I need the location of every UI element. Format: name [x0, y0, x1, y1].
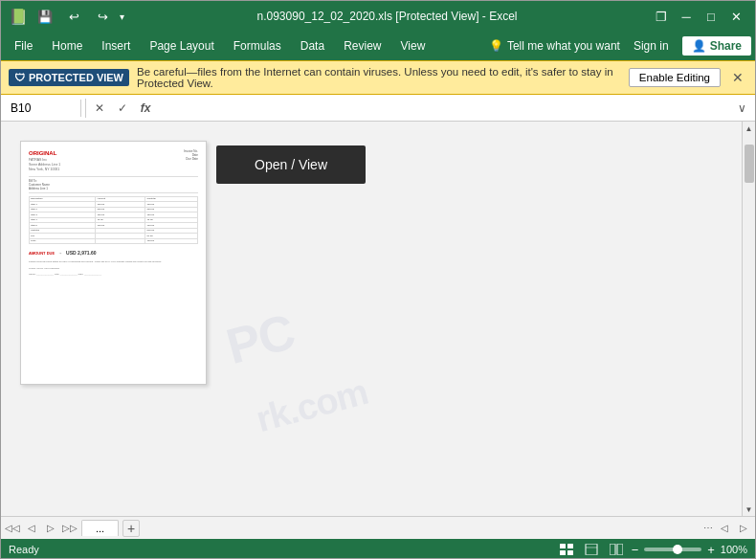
save-button[interactable]: 💾 — [33, 5, 56, 28]
tab-scroll-left[interactable]: ◁ — [717, 521, 732, 536]
tab-more-dots[interactable]: ⋯ — [703, 523, 713, 533]
tab-prev-button[interactable]: ◁ — [24, 521, 39, 536]
tell-me-field[interactable]: 💡 Tell me what you want — [489, 39, 620, 53]
window-controls: ❐ ─ □ ✕ — [650, 5, 747, 28]
tab-bar-right: ⋯ ◁ ▷ — [703, 521, 751, 536]
amount-due-row: AMOUNT DUE → USD 2,971.60 — [29, 250, 198, 257]
svg-rect-6 — [610, 544, 615, 555]
tab-last-button[interactable]: ▷▷ — [62, 521, 78, 536]
zoom-level: 100% — [721, 544, 747, 555]
title-bar-left: 📗 💾 ↩ ↪ ▾ — [9, 5, 124, 28]
window-title: n.093090_12_02_2020.xls [Protected View]… — [124, 10, 650, 23]
doc-table: DescriptionAmountSubtotal Item 1100.0010… — [29, 196, 198, 245]
protected-view-message: Be careful—files from the Internet can c… — [137, 66, 621, 89]
menu-item-formulas[interactable]: Formulas — [224, 35, 291, 56]
tab-scroll-right[interactable]: ▷ — [736, 521, 751, 536]
cancel-formula-button[interactable]: ✕ — [90, 99, 109, 118]
scroll-up-arrow[interactable]: ▲ — [743, 122, 756, 135]
sheet-content: ORIGINAL FATRAS IncSome Address Line 1Ne… — [1, 122, 742, 516]
zoom-thumb[interactable] — [673, 545, 682, 554]
menu-item-file[interactable]: File — [5, 35, 42, 56]
menu-item-home[interactable]: Home — [42, 35, 92, 56]
zoom-in-button[interactable]: + — [707, 543, 715, 557]
spreadsheet-view: ORIGINAL FATRAS IncSome Address Line 1Ne… — [1, 122, 742, 516]
close-button[interactable]: ✕ — [724, 5, 747, 28]
open-view-button[interactable]: Open / View — [216, 145, 366, 184]
scroll-thumb[interactable] — [745, 145, 754, 183]
main-content-area: ORIGINAL FATRAS IncSome Address Line 1Ne… — [1, 122, 755, 516]
formula-input[interactable] — [159, 100, 728, 117]
person-icon: 👤 — [692, 39, 706, 53]
share-label: Share — [710, 39, 742, 53]
svg-rect-0 — [560, 544, 566, 548]
protected-view-bar: 🛡 PROTECTED VIEW Be careful—files from t… — [1, 60, 755, 95]
zoom-out-button[interactable]: − — [632, 543, 639, 557]
add-sheet-button[interactable]: + — [122, 520, 140, 537]
doc-meta: Invoice No.DateDue Date — [184, 149, 198, 172]
doc-bill-to: Bill To: Customer Name Address Line 1 — [29, 179, 198, 191]
doc-header: ORIGINAL FATRAS IncSome Address Line 1Ne… — [29, 149, 198, 172]
menu-item-page-layout[interactable]: Page Layout — [140, 35, 223, 56]
zoom-slider[interactable] — [644, 548, 701, 551]
menu-item-view[interactable]: View — [391, 35, 435, 56]
sheet-tab-1[interactable]: ... — [81, 520, 119, 536]
scroll-down-arrow[interactable]: ▼ — [743, 503, 756, 516]
doc-logo: ORIGINAL FATRAS IncSome Address Line 1Ne… — [29, 149, 60, 172]
tab-next-button[interactable]: ▷ — [43, 521, 58, 536]
normal-view-button[interactable] — [557, 542, 576, 557]
sign-in-button[interactable]: Sign in — [628, 36, 675, 56]
sheet-tab-bar: ◁◁ ◁ ▷ ▷▷ ... + ⋯ ◁ ▷ — [1, 516, 755, 539]
status-bar: Ready − + 100% — [1, 539, 755, 559]
shield-icon: 🛡 — [14, 72, 25, 83]
minimize-button[interactable]: ─ — [675, 5, 698, 28]
page-break-view-button[interactable] — [607, 542, 626, 557]
menu-bar-right: 💡 Tell me what you want Sign in 👤 Share — [489, 36, 751, 56]
doc-preview-inner: ORIGINAL FATRAS IncSome Address Line 1Ne… — [21, 142, 206, 283]
document-preview: ORIGINAL FATRAS IncSome Address Line 1Ne… — [20, 141, 207, 385]
redo-button[interactable]: ↪ — [91, 5, 114, 28]
protected-view-text: PROTECTED VIEW — [29, 72, 123, 83]
svg-rect-3 — [567, 550, 573, 555]
page-layout-view-button[interactable] — [582, 542, 601, 557]
tell-me-text: Tell me what you want — [507, 39, 620, 53]
menu-item-insert[interactable]: Insert — [92, 35, 140, 56]
excel-icon: 📗 — [9, 8, 28, 26]
title-bar: 📗 💾 ↩ ↪ ▾ n.093090_12_02_2020.xls [Prote… — [1, 1, 755, 32]
svg-rect-2 — [560, 550, 566, 555]
doc-footer-text: Please send payment within 30 days of re… — [29, 260, 198, 276]
menu-bar: File Home Insert Page Layout Formulas Da… — [1, 32, 755, 60]
close-protected-bar-button[interactable]: ✕ — [728, 68, 747, 87]
svg-rect-7 — [617, 544, 623, 555]
vertical-scrollbar[interactable]: ▲ ▼ — [742, 122, 755, 516]
cell-reference-input[interactable] — [5, 100, 81, 117]
maximize-button[interactable]: □ — [700, 5, 723, 28]
share-button[interactable]: 👤 Share — [682, 36, 751, 56]
menu-item-data[interactable]: Data — [291, 35, 334, 56]
confirm-formula-button[interactable]: ✓ — [113, 99, 132, 118]
status-bar-right: − + 100% — [557, 542, 747, 557]
undo-button[interactable]: ↩ — [62, 5, 85, 28]
scroll-track[interactable] — [743, 135, 755, 503]
restore-down-button[interactable]: ❐ — [650, 5, 673, 28]
menu-item-review[interactable]: Review — [334, 35, 390, 56]
tab-first-button[interactable]: ◁◁ — [5, 521, 20, 536]
ready-status: Ready — [9, 544, 39, 555]
formula-bar: ✕ ✓ fx ∨ — [1, 95, 755, 122]
svg-rect-4 — [586, 544, 597, 555]
lightbulb-icon: 💡 — [489, 39, 503, 53]
formula-bar-expand-button[interactable]: ∨ — [732, 99, 751, 118]
enable-editing-button[interactable]: Enable Editing — [629, 68, 721, 87]
protected-view-label: 🛡 PROTECTED VIEW — [9, 69, 129, 86]
content-row: ORIGINAL FATRAS IncSome Address Line 1Ne… — [20, 141, 723, 385]
insert-function-button[interactable]: fx — [136, 99, 155, 118]
svg-rect-1 — [567, 544, 573, 548]
